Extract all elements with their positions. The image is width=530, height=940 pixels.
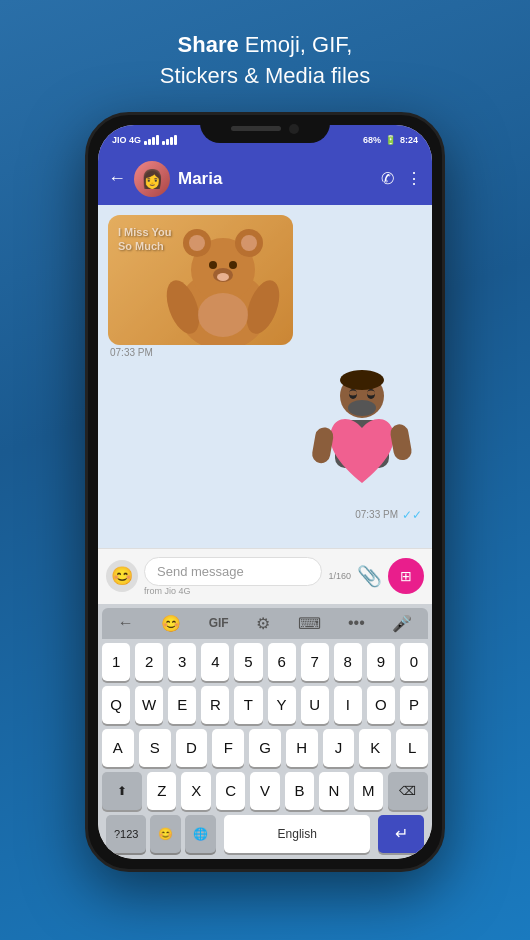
key-u[interactable]: U: [301, 686, 329, 724]
status-left: JIO 4G: [112, 135, 177, 145]
key-r[interactable]: R: [201, 686, 229, 724]
kb-settings-tool[interactable]: ⚙: [252, 612, 274, 635]
chat-header: ← 👩 Maria ✆ ⋮: [98, 153, 432, 205]
key-c[interactable]: C: [216, 772, 245, 810]
contact-name: Maria: [178, 169, 373, 189]
key-g[interactable]: G: [249, 729, 281, 767]
status-right: 68% 🔋 8:24: [363, 135, 418, 145]
sbar4: [174, 135, 177, 145]
key-d[interactable]: D: [176, 729, 208, 767]
key-q[interactable]: Q: [102, 686, 130, 724]
key-t[interactable]: T: [234, 686, 262, 724]
key-4[interactable]: 4: [201, 643, 229, 681]
key-m[interactable]: M: [354, 772, 383, 810]
kb-asdf-row: A S D F G H J K L: [102, 729, 428, 767]
key-8[interactable]: 8: [334, 643, 362, 681]
key-p[interactable]: P: [400, 686, 428, 724]
kb-bottom-row: ?123 😊 🌐 English ↵: [102, 815, 428, 859]
input-hint: from Jio 4G: [144, 586, 322, 596]
key-globe[interactable]: 🌐: [185, 815, 216, 853]
sbar1: [162, 141, 165, 145]
input-area: 😊 Send message from Jio 4G 1/160 📎 ⊞: [98, 548, 432, 604]
key-s[interactable]: S: [139, 729, 171, 767]
back-button[interactable]: ←: [108, 168, 126, 189]
key-space[interactable]: English: [224, 815, 370, 853]
key-n[interactable]: N: [319, 772, 348, 810]
key-delete[interactable]: ⌫: [388, 772, 428, 810]
send-icon: ⊞: [400, 568, 412, 584]
kb-gif-tool[interactable]: GIF: [205, 614, 233, 632]
key-9[interactable]: 9: [367, 643, 395, 681]
key-k[interactable]: K: [359, 729, 391, 767]
bar4: [156, 135, 159, 145]
message-input[interactable]: Send message: [144, 557, 322, 586]
key-7[interactable]: 7: [301, 643, 329, 681]
key-sym[interactable]: ?123: [106, 815, 146, 853]
more-icon[interactable]: ⋮: [406, 169, 422, 188]
svg-point-20: [367, 391, 375, 396]
key-1[interactable]: 1: [102, 643, 130, 681]
key-j[interactable]: J: [323, 729, 355, 767]
key-a[interactable]: A: [102, 729, 134, 767]
chat-area: I Miss You So Much: [98, 205, 432, 548]
read-ticks: ✓✓: [402, 508, 422, 522]
received-sticker: I Miss You So Much: [108, 215, 293, 345]
key-2[interactable]: 2: [135, 643, 163, 681]
svg-point-10: [217, 273, 229, 281]
key-3[interactable]: 3: [168, 643, 196, 681]
kb-emoji-tool[interactable]: 😊: [157, 612, 185, 635]
send-button[interactable]: ⊞: [388, 558, 424, 594]
call-icon[interactable]: ✆: [381, 169, 394, 188]
key-shift[interactable]: ⬆: [102, 772, 142, 810]
svg-point-6: [241, 235, 257, 251]
key-enter[interactable]: ↵: [378, 815, 424, 853]
kb-mic-tool[interactable]: 🎤: [388, 612, 416, 635]
key-0[interactable]: 0: [400, 643, 428, 681]
key-x[interactable]: X: [181, 772, 210, 810]
sent-time: 07:33 PM ✓✓: [355, 508, 422, 522]
promo-bold: Share: [178, 32, 239, 57]
promo-text: Share Emoji, GIF,Stickers & Media files: [120, 0, 410, 112]
sent-message: 07:33 PM ✓✓: [302, 366, 422, 522]
key-l[interactable]: L: [396, 729, 428, 767]
svg-rect-22: [311, 426, 335, 465]
received-time: 07:33 PM: [108, 347, 293, 358]
phone-screen: JIO 4G 68% 🔋 8:24: [98, 125, 432, 859]
contact-avatar[interactable]: 👩: [134, 161, 170, 197]
bar1: [144, 141, 147, 145]
key-z[interactable]: Z: [147, 772, 176, 810]
camera: [289, 124, 299, 134]
battery-icon: 🔋: [385, 135, 396, 145]
key-h[interactable]: H: [286, 729, 318, 767]
svg-point-4: [189, 235, 205, 251]
kb-more-tool[interactable]: •••: [344, 612, 369, 634]
key-w[interactable]: W: [135, 686, 163, 724]
bar2: [148, 139, 151, 145]
time-display: 8:24: [400, 135, 418, 145]
emoji-button[interactable]: 😊: [106, 560, 138, 592]
key-f[interactable]: F: [212, 729, 244, 767]
key-e[interactable]: E: [168, 686, 196, 724]
key-o[interactable]: O: [367, 686, 395, 724]
header-icons: ✆ ⋮: [381, 169, 422, 188]
bar3: [152, 137, 155, 145]
speaker: [231, 126, 281, 131]
key-b[interactable]: B: [285, 772, 314, 810]
key-v[interactable]: V: [250, 772, 279, 810]
key-y[interactable]: Y: [268, 686, 296, 724]
svg-point-7: [209, 261, 217, 269]
kb-back[interactable]: ←: [114, 612, 138, 634]
key-emoji-bottom[interactable]: 😊: [150, 815, 181, 853]
battery-pct: 68%: [363, 135, 381, 145]
key-5[interactable]: 5: [234, 643, 262, 681]
kb-translate-tool[interactable]: ⌨: [294, 612, 325, 635]
key-6[interactable]: 6: [268, 643, 296, 681]
svg-point-13: [198, 293, 248, 337]
sent-sticker: [302, 366, 422, 506]
attach-button[interactable]: 📎: [357, 564, 382, 588]
key-i[interactable]: I: [334, 686, 362, 724]
notch: [200, 115, 330, 143]
svg-point-15: [340, 370, 384, 390]
man-heart-svg: [307, 368, 417, 503]
svg-point-19: [349, 391, 357, 396]
